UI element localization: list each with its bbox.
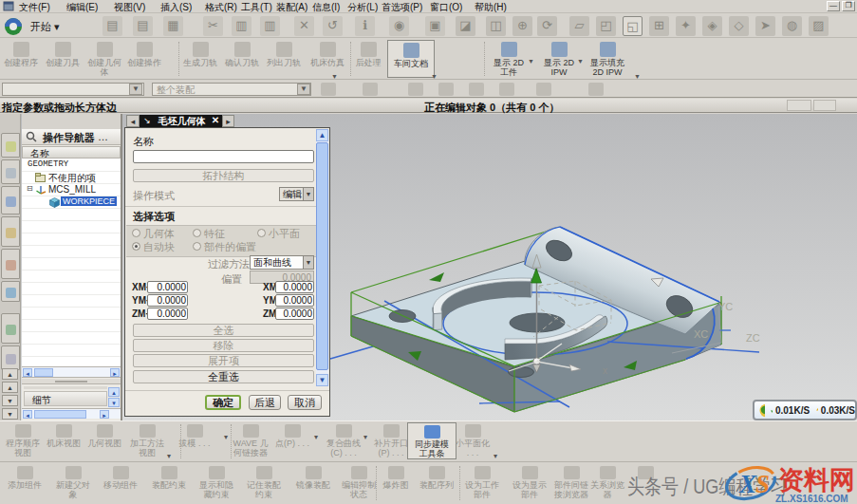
svg-text:X: X bbox=[738, 470, 757, 498]
svg-text:YC: YC bbox=[718, 301, 733, 312]
svg-text:ZL.XS1616.COM: ZL.XS1616.COM bbox=[775, 494, 848, 504]
svg-text:ZC: ZC bbox=[746, 332, 760, 344]
svg-text:XC: XC bbox=[694, 328, 708, 340]
svg-text:x: x bbox=[603, 365, 607, 376]
svg-text:S: S bbox=[755, 470, 770, 498]
svg-text:资料网: 资料网 bbox=[778, 466, 855, 495]
